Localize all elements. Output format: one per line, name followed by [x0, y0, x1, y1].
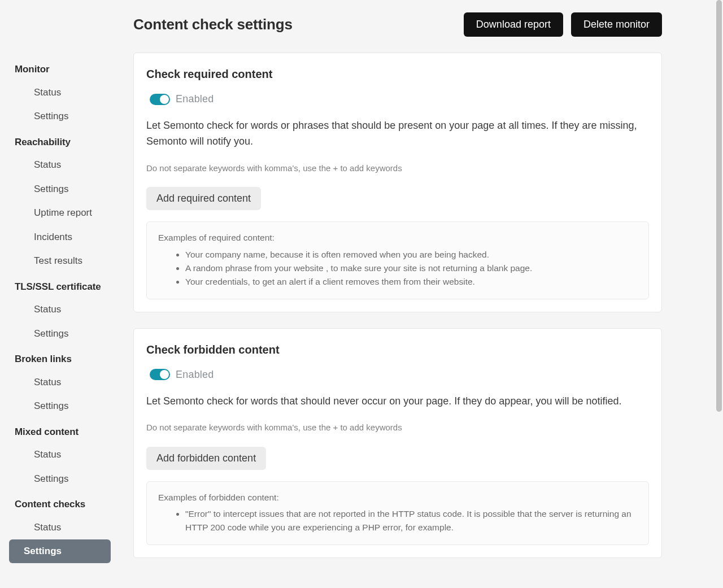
sidebar-item-content-checks-status[interactable]: Status [9, 516, 111, 539]
nav-heading: Content checks [0, 491, 119, 515]
nav-heading: TLS/SSL certificate [0, 274, 119, 298]
nav-group: Broken linksStatusSettings [0, 346, 119, 418]
example-item: Your credentials, to get an alert if a c… [185, 275, 637, 289]
required-description: Let Semonto check for words or phrases t… [146, 118, 649, 150]
page-header: Content check settings Download report D… [133, 12, 662, 37]
sidebar-item-broken-links-settings[interactable]: Settings [9, 394, 111, 418]
required-enabled-toggle-row: Enabled [150, 92, 649, 107]
card-title-forbidden: Check forbidden content [146, 341, 649, 358]
nav-heading: Monitor [0, 56, 119, 80]
required-content-card: Check required content Enabled Let Semon… [133, 53, 662, 312]
required-examples-title: Examples of required content: [158, 231, 637, 244]
add-forbidden-content-button[interactable]: Add forbidden content [146, 447, 266, 470]
download-report-button[interactable]: Download report [464, 12, 563, 37]
forbidden-enabled-label: Enabled [176, 367, 214, 382]
forbidden-examples-title: Examples of forbidden content: [158, 491, 637, 504]
page-title: Content check settings [133, 14, 293, 36]
card-title-required: Check required content [146, 66, 649, 82]
scrollbar[interactable] [715, 0, 723, 588]
main-content: Content check settings Download report D… [119, 0, 672, 588]
nav-group: Content checksStatusSettings [0, 491, 119, 563]
sidebar-item-tls-ssl-certificate-settings[interactable]: Settings [9, 322, 111, 346]
example-item: Your company name, because it is often r… [185, 248, 637, 262]
sidebar-item-reachability-uptime-report[interactable]: Uptime report [9, 201, 111, 225]
forbidden-hint: Do not separate keywords with komma's, u… [146, 421, 649, 434]
scrollbar-thumb[interactable] [716, 0, 722, 412]
add-required-content-button[interactable]: Add required content [146, 187, 261, 210]
forbidden-description: Let Semonto check for words that should … [146, 394, 649, 410]
forbidden-enabled-toggle-row: Enabled [150, 367, 649, 382]
sidebar-item-mixed-content-status[interactable]: Status [9, 443, 111, 467]
forbidden-enabled-toggle[interactable] [150, 369, 170, 380]
nav-group: MonitorStatusSettings [0, 56, 119, 128]
required-enabled-label: Enabled [176, 92, 214, 107]
sidebar-item-reachability-status[interactable]: Status [9, 153, 111, 177]
sidebar-item-tls-ssl-certificate-status[interactable]: Status [9, 298, 111, 321]
forbidden-examples-box: Examples of forbidden content: "Error" t… [146, 481, 649, 545]
sidebar-item-reachability-settings[interactable]: Settings [9, 177, 111, 201]
sidebar-item-reachability-test-results[interactable]: Test results [9, 249, 111, 273]
example-item: A random phrase from your website , to m… [185, 262, 637, 275]
nav-group: ReachabilityStatusSettingsUptime reportI… [0, 129, 119, 273]
required-examples-box: Examples of required content: Your compa… [146, 221, 649, 299]
nav-heading: Broken links [0, 346, 119, 370]
example-item: "Error" to intercept issues that are not… [185, 507, 637, 534]
forbidden-content-card: Check forbidden content Enabled Let Semo… [133, 328, 662, 559]
header-actions: Download report Delete monitor [464, 12, 662, 37]
delete-monitor-button[interactable]: Delete monitor [571, 12, 662, 37]
sidebar-item-monitor-settings[interactable]: Settings [9, 104, 111, 128]
sidebar-item-broken-links-status[interactable]: Status [9, 371, 111, 394]
required-enabled-toggle[interactable] [150, 94, 170, 105]
nav-heading: Mixed content [0, 419, 119, 443]
sidebar-item-content-checks-settings[interactable]: Settings [9, 539, 111, 563]
sidebar-item-monitor-status[interactable]: Status [9, 81, 111, 104]
nav-group: TLS/SSL certificateStatusSettings [0, 274, 119, 346]
required-hint: Do not separate keywords with komma's, u… [146, 162, 649, 175]
nav-heading: Reachability [0, 129, 119, 153]
sidebar-item-reachability-incidents[interactable]: Incidents [9, 225, 111, 249]
nav-group: Mixed contentStatusSettings [0, 419, 119, 491]
sidebar: MonitorStatusSettingsReachabilityStatusS… [0, 0, 119, 588]
sidebar-item-mixed-content-settings[interactable]: Settings [9, 467, 111, 491]
